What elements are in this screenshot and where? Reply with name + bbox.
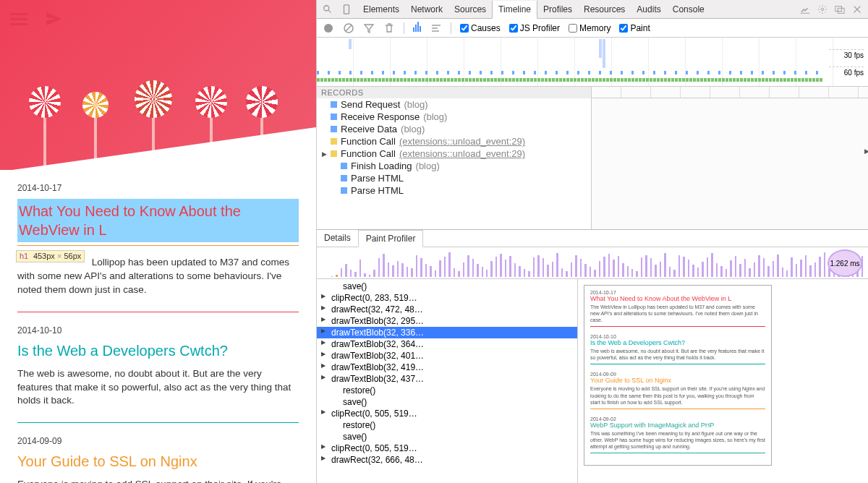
subtab-details[interactable]: Details bbox=[317, 230, 358, 247]
paint-bar[interactable] bbox=[411, 268, 412, 277]
record-row[interactable]: Receive Data (blog) bbox=[317, 123, 591, 135]
jsprofiler-checkbox[interactable]: JS Profiler bbox=[509, 23, 560, 33]
paint-bar[interactable] bbox=[454, 268, 455, 277]
search-icon[interactable] bbox=[323, 4, 333, 14]
paint-bar[interactable] bbox=[749, 268, 750, 277]
paint-bar[interactable] bbox=[782, 268, 783, 277]
paint-bar[interactable] bbox=[814, 262, 816, 277]
paint-bar[interactable] bbox=[664, 253, 665, 277]
paint-bar[interactable] bbox=[383, 254, 384, 277]
paint-bar[interactable] bbox=[744, 259, 746, 277]
paint-bar[interactable] bbox=[796, 264, 797, 277]
paint-bar[interactable] bbox=[786, 270, 788, 277]
paint-bar[interactable] bbox=[773, 261, 774, 277]
paint-bar[interactable] bbox=[444, 257, 446, 277]
draw-call[interactable]: save() bbox=[317, 431, 577, 443]
paint-bar[interactable] bbox=[819, 257, 820, 277]
paint-checkbox[interactable]: Paint bbox=[619, 23, 650, 33]
garbage-icon[interactable] bbox=[383, 22, 395, 34]
paint-bar[interactable] bbox=[373, 270, 375, 277]
paint-bar[interactable] bbox=[655, 265, 656, 277]
draw-call[interactable]: drawTextBlob(32, 401… bbox=[317, 350, 577, 362]
paint-bar[interactable] bbox=[716, 263, 718, 277]
draw-call[interactable]: save() bbox=[317, 396, 577, 408]
tab-elements[interactable]: Elements bbox=[357, 1, 405, 18]
paint-bar[interactable] bbox=[482, 267, 483, 277]
paint-bar[interactable] bbox=[439, 260, 441, 277]
draw-call[interactable]: drawTextBlob(32, 364… bbox=[317, 338, 577, 350]
paint-bar[interactable] bbox=[514, 263, 516, 277]
paint-bar[interactable] bbox=[777, 255, 778, 277]
paint-bar[interactable] bbox=[594, 270, 595, 277]
paint-bar[interactable] bbox=[678, 255, 680, 277]
tab-audits[interactable]: Audits bbox=[631, 1, 666, 18]
paint-bar[interactable] bbox=[739, 264, 741, 277]
paint-bar[interactable] bbox=[590, 267, 591, 277]
dock-icon[interactable] bbox=[835, 4, 845, 14]
record-row[interactable]: Parse HTML bbox=[317, 184, 591, 197]
paint-bar[interactable] bbox=[509, 256, 511, 277]
record-row[interactable]: Finish Loading (blog) bbox=[317, 160, 591, 172]
device-icon[interactable] bbox=[341, 4, 352, 14]
post-title[interactable]: Your Guide to SSL on Nginx bbox=[17, 452, 299, 471]
tab-profiles[interactable]: Profiles bbox=[537, 1, 578, 18]
paint-bar[interactable] bbox=[805, 255, 807, 277]
paint-bar[interactable] bbox=[692, 265, 694, 277]
paint-bar[interactable] bbox=[730, 260, 731, 277]
subtab-paintprofiler[interactable]: Paint Profiler bbox=[358, 230, 424, 247]
paint-bar[interactable] bbox=[645, 255, 647, 277]
draw-call[interactable]: clipRect(0, 283, 519… bbox=[317, 292, 577, 304]
paint-bar[interactable] bbox=[472, 259, 474, 277]
paint-bar[interactable] bbox=[599, 261, 600, 277]
paint-bar[interactable] bbox=[407, 267, 408, 277]
paint-bar[interactable] bbox=[533, 257, 535, 277]
paint-bar[interactable] bbox=[641, 257, 642, 277]
paint-bar[interactable] bbox=[477, 264, 478, 277]
record-row[interactable]: Receive Response (blog) bbox=[317, 111, 591, 123]
paint-bar[interactable] bbox=[824, 252, 825, 277]
paint-bar[interactable] bbox=[448, 252, 450, 277]
paint-bar[interactable] bbox=[636, 271, 637, 277]
paint-bar[interactable] bbox=[331, 276, 333, 277]
draw-call[interactable]: drawRect(32, 666, 48… bbox=[317, 454, 577, 466]
paint-bar[interactable] bbox=[697, 268, 699, 277]
paint-bar[interactable] bbox=[416, 255, 417, 277]
paint-bar[interactable] bbox=[720, 266, 722, 277]
paint-bar[interactable] bbox=[726, 269, 727, 277]
timeline-overview[interactable]: 30 fps 60 fps bbox=[317, 38, 868, 87]
draw-call[interactable]: save() bbox=[317, 281, 577, 292]
paint-bar[interactable] bbox=[500, 254, 501, 277]
paint-bar[interactable] bbox=[397, 261, 399, 277]
post-title[interactable]: What You Need to Know About the WebView … bbox=[19, 203, 241, 238]
paint-bar[interactable] bbox=[683, 257, 684, 277]
flame-markers[interactable] bbox=[592, 87, 868, 229]
close-icon[interactable] bbox=[852, 4, 862, 14]
paint-bar[interactable] bbox=[791, 257, 792, 277]
record-icon[interactable] bbox=[323, 22, 334, 34]
paint-bar[interactable] bbox=[528, 271, 529, 277]
paint-bar[interactable] bbox=[627, 266, 629, 277]
record-row[interactable]: Send Request (blog) bbox=[317, 98, 591, 111]
causes-checkbox[interactable]: Causes bbox=[460, 23, 501, 33]
paint-bar[interactable] bbox=[435, 270, 436, 277]
paint-bar[interactable] bbox=[369, 275, 370, 277]
record-row[interactable]: Function Call (extensions::unload_event:… bbox=[317, 135, 591, 148]
paint-bar[interactable] bbox=[547, 265, 548, 277]
paint-bar[interactable] bbox=[702, 262, 703, 277]
paint-bar[interactable] bbox=[401, 263, 403, 277]
paint-bar[interactable] bbox=[660, 262, 661, 277]
paint-bar[interactable] bbox=[631, 269, 633, 277]
paint-bar[interactable] bbox=[392, 265, 393, 277]
tab-network[interactable]: Network bbox=[405, 1, 448, 18]
paint-bar[interactable] bbox=[336, 275, 337, 277]
paint-bar[interactable] bbox=[537, 255, 539, 277]
paint-bar[interactable] bbox=[673, 270, 675, 277]
paint-bar[interactable] bbox=[707, 257, 708, 277]
paint-bar[interactable] bbox=[458, 271, 459, 277]
paint-bar[interactable] bbox=[650, 258, 652, 277]
paint-bar[interactable] bbox=[552, 262, 553, 277]
paint-bar[interactable] bbox=[711, 253, 712, 277]
paint-bar[interactable] bbox=[430, 266, 431, 277]
paint-bar[interactable] bbox=[542, 258, 544, 277]
draw-call[interactable]: drawTextBlob(32, 336… bbox=[317, 327, 577, 338]
